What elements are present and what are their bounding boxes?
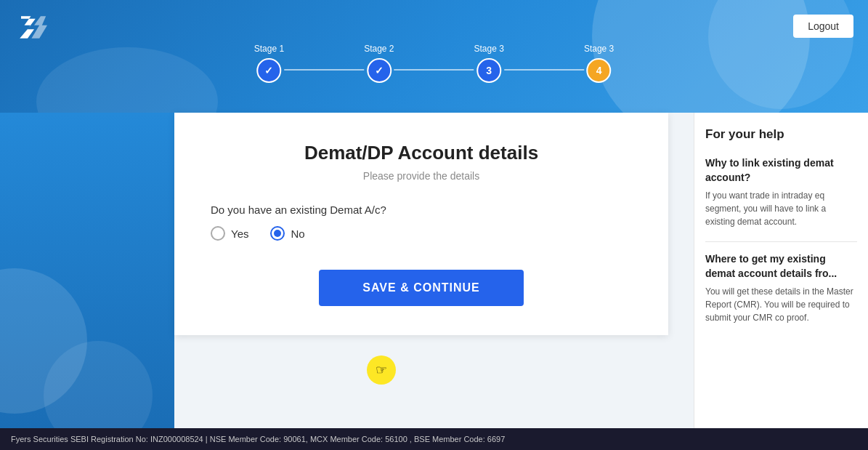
step-4-label: Stage 3 [584, 44, 614, 54]
wave-decoration-3 [36, 47, 218, 113]
help-panel-title: For your help [705, 127, 857, 142]
step-4-circle: 4 [587, 58, 612, 83]
radio-no-inner [274, 230, 281, 237]
help-section-1: Why to link existing demat account? If y… [705, 156, 857, 228]
radio-no-label: No [291, 228, 304, 240]
help-divider [705, 241, 857, 242]
radio-yes-outer [211, 226, 225, 241]
help-section-2-text: You will get these details in the Master… [705, 285, 857, 324]
help-section-1-title: Why to link existing demat account? [705, 156, 857, 185]
help-panel: For your help Why to link existing demat… [694, 113, 868, 428]
demat-radio-group: Yes No [211, 226, 632, 241]
help-section-1-text: If you want trade in intraday eq segment… [705, 189, 857, 228]
step-2-circle: ✓ [367, 58, 392, 83]
save-continue-button[interactable]: SAVE & CONTINUE [319, 270, 523, 306]
left-sidebar-bg [0, 113, 174, 428]
radio-yes-label: Yes [231, 228, 248, 240]
step-1-circle: ✓ [256, 58, 281, 83]
form-title: Demat/DP Account details [211, 142, 632, 164]
step-2-label: Stage 2 [364, 44, 394, 54]
help-section-2: Where to get my existing demat account d… [705, 252, 857, 324]
footer-text: Fyers Securities SEBI Registration No: I… [11, 435, 505, 443]
progress-stepper: Stage 1 ✓ Stage 2 ✓ Stage 3 3 Stage 3 4 [254, 44, 615, 83]
step-4: Stage 3 4 [584, 44, 614, 83]
radio-no-outer [270, 226, 285, 241]
form-card: Demat/DP Account details Please provide … [174, 113, 668, 335]
step-3-label: Stage 3 [474, 44, 504, 54]
radio-yes[interactable]: Yes [211, 226, 248, 241]
step-2: Stage 2 ✓ [364, 44, 394, 83]
logo [15, 11, 47, 44]
connector-1-2 [284, 69, 364, 71]
step-3: Stage 3 3 [474, 44, 504, 83]
form-question: Do you have an existing Demat A/c? [211, 204, 632, 216]
footer: Fyers Securities SEBI Registration No: I… [0, 428, 868, 450]
svg-marker-0 [20, 16, 36, 39]
step-3-circle: 3 [476, 58, 501, 83]
form-subtitle: Please provide the details [211, 170, 632, 182]
radio-no[interactable]: No [270, 226, 304, 241]
main-area: Demat/DP Account details Please provide … [0, 113, 868, 428]
help-section-2-title: Where to get my existing demat account d… [705, 252, 857, 281]
connector-2-3 [394, 69, 474, 71]
logout-button[interactable]: Logout [793, 15, 853, 38]
connector-3-4 [504, 69, 584, 71]
step-1: Stage 1 ✓ [254, 44, 284, 83]
step-1-label: Stage 1 [254, 44, 284, 54]
